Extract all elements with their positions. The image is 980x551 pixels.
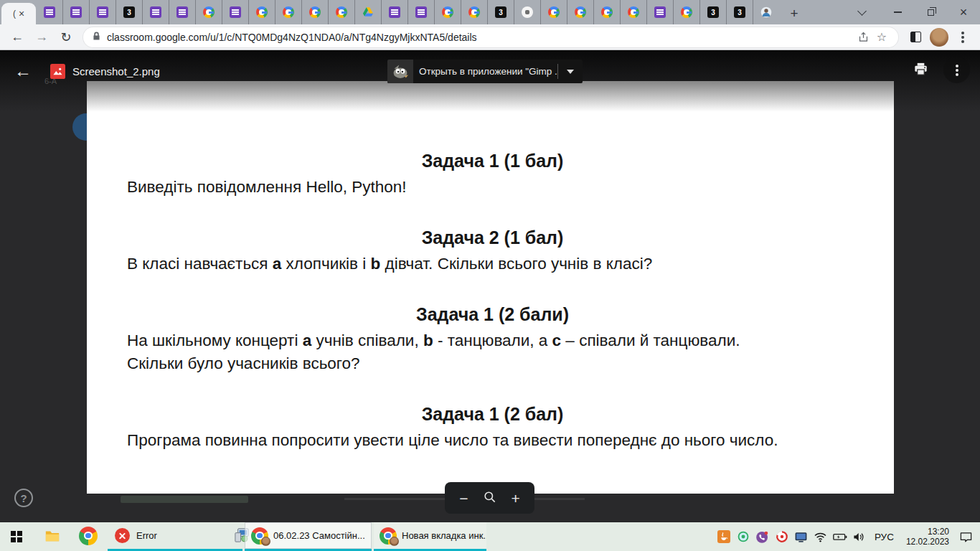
google-tab-favicon (628, 6, 639, 18)
browser-tab[interactable] (301, 0, 328, 24)
browser-tab[interactable] (354, 0, 381, 24)
language-indicator[interactable]: РУС (872, 532, 897, 542)
browser-tab[interactable] (514, 0, 540, 24)
restore-button[interactable] (914, 0, 947, 24)
clock[interactable]: 13:20 12.02.2023 (902, 527, 953, 547)
forms-tab-favicon (44, 6, 55, 18)
viber-icon[interactable] (755, 529, 770, 544)
browser-tab[interactable] (36, 0, 62, 24)
browser-tab[interactable] (646, 0, 673, 24)
drive-tab-favicon (362, 6, 374, 18)
close-tab-icon[interactable]: × (19, 9, 24, 19)
close-icon: × (960, 6, 968, 19)
numbered-tab-favicon: 3 (495, 6, 507, 18)
forms-tab-favicon (230, 6, 241, 18)
new-tab-button[interactable]: + (783, 3, 805, 24)
start-button[interactable] (0, 522, 33, 551)
browser-tab[interactable] (248, 0, 275, 24)
profile-mini-avatar (261, 537, 270, 546)
chrome-button[interactable] (73, 522, 103, 549)
browser-tab[interactable] (407, 0, 434, 24)
share-button[interactable] (854, 28, 872, 47)
browser-tab[interactable] (673, 0, 699, 24)
browser-menu-button[interactable] (953, 27, 973, 47)
file-explorer-button[interactable] (37, 522, 67, 549)
browser-tab[interactable] (169, 0, 195, 24)
task-block: Задача 1 (2 бали)На шкільному концерті a… (127, 304, 858, 375)
google-tab-favicon (203, 6, 215, 18)
browser-tab[interactable] (461, 0, 487, 24)
bookmark-star-icon[interactable]: ☆ (872, 28, 891, 47)
back-arrow-button[interactable]: ← (14, 62, 32, 80)
battery-icon[interactable] (833, 529, 847, 544)
forward-button[interactable]: → (32, 27, 52, 47)
browser-tab[interactable] (620, 0, 646, 24)
browser-tab[interactable] (381, 0, 407, 24)
google-tab-favicon (256, 6, 268, 18)
tray-icons (717, 529, 867, 544)
chrome-window-1-button[interactable]: 06.02.23 Самостійн... (245, 522, 372, 549)
browser-ring-icon[interactable] (775, 529, 789, 544)
browser-tab[interactable] (593, 0, 620, 24)
chrome-window-2-label: Новая вкладка инк... (402, 530, 486, 541)
browser-tab[interactable] (89, 0, 116, 24)
chrome-icon (380, 527, 397, 545)
help-button[interactable]: ? (14, 489, 33, 507)
close-window-button[interactable]: × (947, 0, 980, 24)
profile-avatar[interactable] (930, 28, 948, 47)
dimmed-background-row (121, 496, 248, 503)
forms-tab-favicon (415, 6, 427, 18)
google-tab-favicon (309, 6, 321, 18)
tab-search-button[interactable] (848, 0, 881, 24)
open-in-app-button[interactable]: Открыть в приложении "Gimp ... (387, 60, 583, 83)
action-center-button[interactable] (958, 529, 973, 544)
error-window-button[interactable]: Error (108, 522, 228, 549)
browser-tab[interactable] (195, 0, 222, 24)
browser-tab[interactable] (328, 0, 354, 24)
browser-tab[interactable] (222, 0, 248, 24)
antivirus-icon[interactable] (736, 529, 750, 544)
task-title: Задача 2 (1 бал) (127, 227, 858, 248)
system-tray: РУС 13:20 12.02.2023 (717, 522, 980, 551)
task-title: Задача 1 (1 бал) (127, 151, 858, 171)
print-button[interactable] (913, 61, 929, 80)
back-button[interactable]: ← (7, 27, 27, 47)
pinned-tabs-container: 3333 (36, 0, 779, 24)
viewer-menu-button[interactable] (943, 57, 970, 83)
java-icon[interactable] (717, 529, 731, 544)
task-text-run: Виведіть повідомлення Hello, Python! (127, 178, 406, 196)
address-bar[interactable]: classroom.google.com/u/1/c/NTQ0MDg4NzQ1N… (83, 27, 898, 47)
browser-tab[interactable] (753, 0, 779, 24)
browser-tab[interactable] (142, 0, 169, 24)
browser-tab[interactable] (275, 0, 301, 24)
browser-tab[interactable]: 3 (487, 0, 514, 24)
browser-tab[interactable] (434, 0, 461, 24)
zoom-out-button[interactable]: − (459, 491, 468, 506)
volume-icon[interactable] (852, 529, 867, 544)
chrome-window-2-button[interactable]: Новая вкладка инк... (374, 522, 486, 549)
display-settings-icon[interactable] (794, 529, 809, 544)
reload-button[interactable]: ↻ (56, 27, 76, 47)
browser-tab[interactable]: 3 (726, 0, 753, 24)
open-with-dropdown[interactable] (558, 70, 583, 74)
notification-bubble-icon (959, 530, 973, 544)
forms-tab-favicon (150, 6, 161, 18)
side-panel-button[interactable] (905, 27, 925, 47)
task-text-run: c (552, 331, 562, 349)
browser-tab[interactable] (62, 0, 89, 24)
browser-tab[interactable]: 3 (699, 0, 726, 24)
minimize-button[interactable] (881, 0, 914, 24)
three-dots-icon (956, 69, 958, 72)
magnifier-icon (483, 490, 496, 507)
forms-tab-favicon (176, 6, 188, 18)
google-tab-favicon (575, 6, 586, 18)
active-tab-label: ( (13, 9, 16, 19)
wifi-icon[interactable] (814, 529, 828, 544)
chrome-icon (251, 527, 268, 545)
browser-tab[interactable]: 3 (116, 0, 142, 24)
browser-tab[interactable] (567, 0, 593, 24)
window-controls: × (848, 0, 980, 24)
zoom-in-button[interactable]: + (511, 491, 519, 506)
browser-tab[interactable] (540, 0, 567, 24)
active-tab[interactable]: ( × (1, 3, 36, 24)
